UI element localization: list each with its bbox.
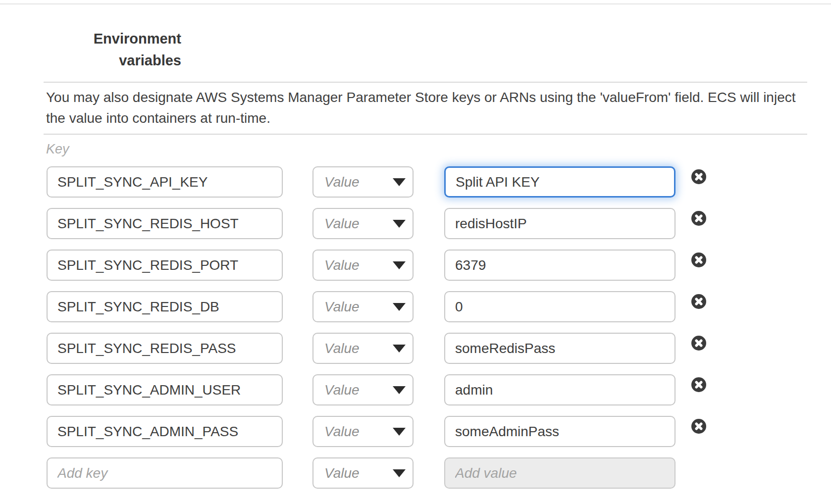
divider-below-description [44,134,807,135]
env-key-input[interactable] [47,208,283,239]
value-type-select[interactable]: Value [312,166,414,198]
remove-row-button[interactable] [691,377,706,392]
env-value-input[interactable] [444,250,675,281]
value-type-select[interactable]: Value [312,250,414,281]
x-circle-icon [691,377,706,392]
value-type-selected-option: Value [324,424,360,440]
remove-row-button[interactable] [691,252,706,267]
env-key-input[interactable] [47,250,283,281]
env-var-row: Value [0,333,831,364]
value-type-selected-option: Value [324,216,360,232]
value-type-select[interactable]: Value [312,208,414,239]
env-var-row: Value [0,291,831,322]
caret-down-icon [393,428,406,436]
remove-row-button[interactable] [691,211,706,226]
x-circle-icon [691,294,706,309]
x-circle-icon [691,419,706,434]
env-key-input[interactable] [47,374,283,405]
env-var-rows: Value Value Value [0,166,831,503]
caret-down-icon [393,220,406,228]
env-value-input[interactable] [444,416,675,447]
value-type-select[interactable]: Value [312,457,414,489]
caret-down-icon [393,303,406,311]
x-circle-icon [691,211,706,226]
env-value-input[interactable] [444,166,675,198]
env-value-input[interactable] [444,208,675,239]
caret-down-icon [393,469,406,477]
remove-row-button[interactable] [691,294,706,309]
value-type-select[interactable]: Value [312,416,414,447]
description-text: You may also designate AWS Systems Manag… [46,87,810,129]
env-var-row: Value [0,374,831,405]
x-circle-icon [691,336,706,351]
env-key-input[interactable] [47,291,283,322]
remove-row-button[interactable] [691,419,706,434]
env-key-input[interactable] [47,416,283,447]
env-key-input[interactable] [47,457,283,489]
remove-row-button[interactable] [691,336,706,351]
env-value-input[interactable] [444,374,675,405]
env-var-row: Value [0,416,831,447]
remove-row-button[interactable] [691,169,706,184]
value-type-selected-option: Value [324,341,360,356]
value-type-select[interactable]: Value [312,374,414,405]
env-var-add-row: Value [0,457,831,489]
env-var-row: Value [0,250,831,281]
value-type-selected-option: Value [324,299,360,315]
top-divider [0,3,831,4]
value-type-select[interactable]: Value [312,291,414,322]
env-value-input[interactable] [444,333,675,364]
env-key-input[interactable] [47,333,283,364]
x-circle-icon [691,169,706,184]
caret-down-icon [393,345,406,353]
section-label-environment-variables: Environment variables [77,28,181,71]
env-var-row: Value [0,166,831,198]
caret-down-icon [393,386,406,394]
env-value-input[interactable] [444,291,675,322]
value-type-selected-option: Value [324,465,360,481]
env-var-row: Value [0,208,831,239]
env-value-input[interactable] [444,457,675,489]
key-column-label: Key [46,142,69,156]
value-type-selected-option: Value [324,257,360,273]
value-type-select[interactable]: Value [312,333,414,364]
value-type-selected-option: Value [324,382,360,398]
environment-variables-form: Environment variables You may also desig… [0,0,831,504]
env-key-input[interactable] [47,166,283,198]
value-type-selected-option: Value [324,174,360,190]
divider-above-description [44,82,807,83]
caret-down-icon [393,178,406,186]
caret-down-icon [393,261,406,269]
x-circle-icon [691,252,706,267]
